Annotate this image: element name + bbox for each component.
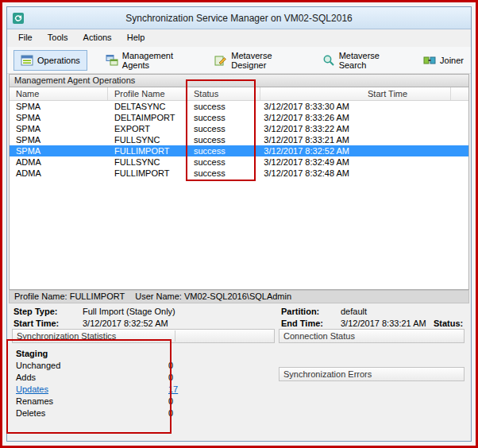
column-header-profile-name[interactable]: Profile Name	[108, 87, 187, 100]
statistics-rows: Staging Unchanged 0 Adds 0 Updates 17 Re…	[12, 343, 275, 419]
cell-profile: DELTASYNC	[108, 101, 187, 112]
toolbar-button-joiner[interactable]: Joiner	[416, 50, 471, 71]
operations-grid: Name Profile Name Status Start Time SPMA…	[9, 87, 469, 290]
metaverse-search-icon	[322, 54, 335, 67]
operation-details: Step Type: Full Import (Stage Only) Part…	[7, 306, 471, 330]
user-name-text: User Name: VM02-SQL2016\SQLAdmin	[135, 292, 291, 301]
toolbar-button-operations[interactable]: Operations	[13, 50, 87, 71]
stat-row-updates: Updates 17	[12, 384, 275, 396]
stat-row-adds: Adds 0	[12, 372, 275, 384]
table-row[interactable]: SPMA DELTAIMPORT success 3/12/2017 8:33:…	[10, 112, 468, 123]
stat-value: 0	[168, 407, 173, 419]
step-type-label: Step Type:	[13, 307, 57, 316]
start-time-value: 3/12/2017 8:32:52 AM	[83, 319, 168, 328]
table-row[interactable]: SPMA EXPORT success 3/12/2017 8:33:22 AM	[10, 123, 468, 134]
toolbar-button-metaverse-designer[interactable]: Metaverse Designer	[207, 47, 303, 74]
cell-profile: FULLSYNC	[108, 156, 187, 168]
cell-status: success	[187, 156, 260, 168]
stat-label: Renames	[16, 396, 53, 406]
stat-label: Deletes	[16, 408, 45, 418]
operations-icon	[21, 54, 33, 67]
profile-summary-bar: Profile Name: FULLIMPORT User Name: VM02…	[9, 290, 469, 303]
toolbar-button-label: Joiner	[440, 56, 464, 65]
partition-value: default	[341, 307, 367, 316]
toolbar-button-management-agents[interactable]: Management Agents	[98, 47, 196, 74]
cell-status: success	[187, 123, 260, 134]
management-agents-icon	[106, 54, 118, 67]
menu-actions[interactable]: Actions	[77, 29, 118, 44]
toolbar-button-metaverse-search[interactable]: Metaverse Search	[315, 47, 405, 74]
toolbar-button-label: Metaverse Search	[339, 51, 398, 70]
cell-start: 3/12/2017 8:32:49 AM	[260, 156, 451, 168]
cell-profile: FULLIMPORT	[108, 168, 187, 179]
profile-name-text: Profile Name: FULLIMPORT	[14, 292, 125, 301]
grid-body: SPMA DELTASYNC success 3/12/2017 8:33:30…	[10, 101, 468, 179]
stat-label: Adds	[16, 373, 36, 382]
synchronization-errors-title: Synchronization Errors	[283, 369, 372, 379]
screenshot-annotation-frame: Synchronization Service Manager on VM02-…	[0, 0, 478, 448]
menu-bar: File Tools Actions Help	[7, 29, 471, 47]
cell-start: 3/12/2017 8:32:52 AM	[260, 145, 451, 156]
cell-status: success	[187, 101, 260, 112]
end-time-label: End Time:	[281, 319, 323, 328]
cell-start: 3/12/2017 8:33:30 AM	[260, 101, 451, 112]
column-header-name[interactable]: Name	[10, 87, 108, 100]
connection-status-header: Connection Status	[279, 329, 465, 343]
table-row[interactable]: SPMA FULLSYNC success 3/12/2017 8:33:21 …	[10, 134, 468, 145]
synchronization-statistics-panel: Synchronization Statistics Staging Uncha…	[12, 329, 275, 444]
cell-name: SPMA	[10, 134, 108, 145]
header-column-separator	[175, 330, 175, 342]
table-row[interactable]: ADMA FULLIMPORT success 3/12/2017 8:32:4…	[10, 168, 468, 179]
cell-name: SPMA	[10, 101, 108, 112]
stat-label: Unchanged	[16, 361, 60, 370]
connection-status-panel: Connection Status Synchronization Errors	[279, 329, 465, 444]
status-label: Status:	[434, 319, 463, 328]
stat-value: 0	[168, 396, 173, 407]
cell-status: success	[187, 134, 260, 145]
column-header-filler	[451, 87, 468, 100]
toolbar-button-label: Operations	[37, 56, 80, 65]
table-row[interactable]: ADMA FULLSYNC success 3/12/2017 8:32:49 …	[10, 156, 468, 168]
cell-name: SPMA	[10, 145, 108, 156]
cell-name: SPMA	[10, 112, 108, 123]
cell-start: 3/12/2017 8:33:26 AM	[260, 112, 451, 123]
cell-profile: DELTAIMPORT	[108, 112, 187, 123]
cell-profile: FULLSYNC	[108, 134, 187, 145]
menu-help[interactable]: Help	[121, 29, 152, 44]
menu-file[interactable]: File	[12, 29, 39, 44]
cell-status: success	[187, 145, 260, 156]
statistics-panel-header: Synchronization Statistics	[12, 329, 275, 343]
synchronization-errors-header: Synchronization Errors	[279, 367, 465, 381]
cell-name: ADMA	[10, 168, 108, 179]
stat-row-renames: Renames 0	[12, 396, 275, 407]
updates-count-link[interactable]: 17	[168, 384, 178, 396]
toolbar-button-label: Management Agents	[122, 51, 189, 70]
cell-name: ADMA	[10, 156, 108, 168]
column-header-status[interactable]: Status	[187, 87, 260, 100]
statistics-panel-title: Synchronization Statistics	[17, 331, 116, 341]
end-time-value: 3/12/2017 8:33:21 AM	[341, 319, 426, 328]
joiner-icon	[423, 54, 436, 67]
cell-status: success	[187, 112, 260, 123]
updates-link[interactable]: Updates	[16, 384, 48, 394]
column-header-start-time[interactable]: Start Time	[260, 87, 451, 100]
table-row[interactable]: SPMA DELTASYNC success 3/12/2017 8:33:30…	[10, 101, 468, 112]
section-header-management-agent-operations: Management Agent Operations	[9, 74, 469, 87]
stat-row-deletes: Deletes 0	[12, 407, 275, 419]
stat-value: 0	[168, 360, 173, 372]
start-time-label: Start Time:	[13, 319, 59, 328]
toolbar: Operations Management Agents	[7, 47, 471, 74]
toolbar-button-label: Metaverse Designer	[231, 51, 296, 70]
cell-start: 3/12/2017 8:32:48 AM	[260, 168, 451, 179]
stat-value: 0	[168, 372, 173, 384]
cell-start: 3/12/2017 8:33:21 AM	[260, 134, 451, 145]
cell-name: SPMA	[10, 123, 108, 134]
stat-row-unchanged: Unchanged 0	[12, 360, 275, 372]
menu-tools[interactable]: Tools	[41, 29, 75, 44]
connection-status-title: Connection Status	[283, 331, 355, 341]
app-icon	[12, 12, 25, 25]
cell-profile: EXPORT	[108, 123, 187, 134]
window-title: Synchronization Service Manager on VM02-…	[7, 13, 471, 24]
table-row-selected[interactable]: SPMA FULLIMPORT success 3/12/2017 8:32:5…	[10, 145, 468, 156]
app-window: Synchronization Service Manager on VM02-…	[6, 6, 472, 442]
